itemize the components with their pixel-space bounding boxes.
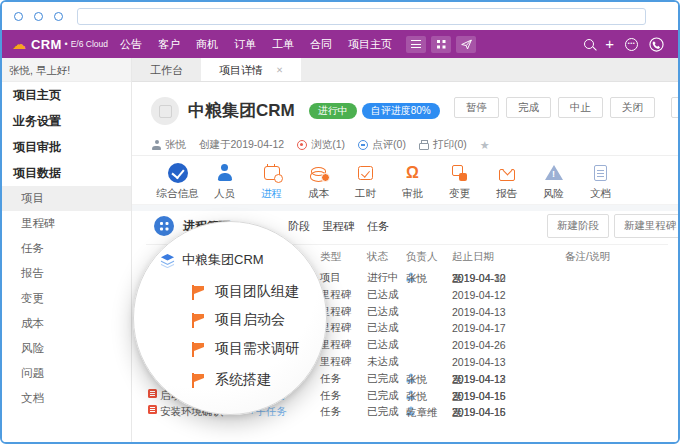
more-actions-button[interactable] [671,97,678,118]
status-badge: 进行中 [309,103,357,119]
feature-item[interactable]: 文档 [577,156,624,204]
nav-item[interactable]: 商机 [196,37,218,52]
sidebar-subitem[interactable]: 任务 [2,236,131,261]
column-header: 负责人 [406,250,438,264]
cost-icon [311,167,326,176]
change-icon [450,163,470,183]
owner-label: 张悦 [152,138,186,152]
nav-item[interactable]: 客户 [158,37,180,52]
risk-icon [544,164,564,182]
column-header: 状态 [367,250,388,264]
sidebar-subitem[interactable]: 报告 [2,261,131,286]
sidebar-item[interactable]: 业务设置 [2,108,131,134]
schedule-grid-icon [154,216,174,236]
row-status: 已完成 [367,372,399,386]
section-tab[interactable]: 任务 [367,219,389,234]
brand-separator: • [65,39,68,49]
project-title: 中粮集团CRM [188,99,295,122]
feature-item[interactable]: 报告 [483,156,530,204]
sidebar-subitem[interactable]: 变更 [2,286,131,311]
action-button[interactable]: 中止 [558,97,603,118]
flag-icon [191,285,205,300]
feature-label: 进程 [248,187,295,201]
feature-label: 人员 [201,187,248,201]
feature-label: 成本 [295,187,342,201]
print-counter[interactable]: 打印(0) [419,138,467,152]
tab[interactable]: 项目详情 [201,58,301,81]
tab[interactable]: 工作台 [132,58,201,81]
schedule-icon [264,166,280,180]
window-control-dot[interactable] [54,12,63,21]
feature-item[interactable]: 变更 [436,156,483,204]
search-icon[interactable] [584,39,594,49]
row-type: 里程碑 [320,338,352,352]
magnifier-overlay: 中粮集团CRM 项目团队组建项目启动会项目需求调研系统搭建 [133,221,327,415]
sidebar-subitem[interactable]: 成本 [2,311,131,336]
sidebar-item[interactable]: 项目数据 [2,160,131,186]
nav-item[interactable]: 工单 [272,37,294,52]
sidebar-subitem[interactable]: 风险 [2,336,131,361]
send-icon[interactable] [456,36,476,53]
print-icon [419,143,429,150]
feature-label: 变更 [436,187,483,201]
sidebar: 张悦, 早上好! 项目主页业务设置项目审批项目数据项目里程碑任务报告变更成本风险… [2,58,132,442]
sidebar-subitem[interactable]: 项目 [2,186,131,211]
app-window: CRM • E/6 Cloud 公告客户商机订单工单合同项目主页 张悦, 早上好… [0,0,680,444]
row-status: 已达成 [367,305,399,319]
feature-label: 风险 [530,187,577,201]
add-icon[interactable] [605,35,614,53]
phone-icon[interactable] [649,37,664,52]
row-type: 项目 [320,271,341,285]
close-icon[interactable] [276,58,283,82]
sidebar-item[interactable]: 项目审批 [2,134,131,160]
sidebar-subitem[interactable]: 里程碑 [2,211,131,236]
layers-icon [160,253,175,268]
flag-icon [191,313,205,328]
section-tab[interactable]: 阶段 [288,219,310,234]
action-button[interactable]: 暂停 [454,97,499,118]
feature-item[interactable]: 人员 [201,156,248,204]
section-tab[interactable]: 里程碑 [322,219,355,234]
feature-label: 工时 [342,187,389,201]
feature-item[interactable]: 成本 [295,156,342,204]
browser-bar [2,2,678,30]
favorite-star[interactable] [480,139,490,152]
new-button[interactable]: 新建里程碑 [614,214,678,238]
flag-icon [191,342,205,357]
row-type: 任务 [320,405,341,419]
brand-name: CRM [31,37,62,52]
approval-icon [406,164,419,182]
window-control-dot[interactable] [34,12,43,21]
column-header: 起止日期 [452,250,494,264]
sidebar-subitem[interactable]: 文档 [2,386,131,411]
feature-item[interactable]: 审批 [389,156,436,204]
action-button[interactable]: 完成 [506,97,551,118]
section-buttons: 新建阶段新建里程碑新建任务 [547,214,678,238]
feature-item[interactable]: 工时 [342,156,389,204]
feature-item[interactable]: 进程 [248,156,295,204]
task-icon [148,405,157,414]
menu-icon[interactable] [406,36,426,53]
column-header: 类型 [320,250,341,264]
nav-item[interactable]: 订单 [234,37,256,52]
sidebar-item[interactable]: 项目主页 [2,82,131,108]
window-control-dot[interactable] [14,12,23,21]
nav-item[interactable]: 公告 [120,37,142,52]
comments-counter[interactable]: 点评(0) [358,138,406,152]
people-icon [215,163,235,183]
more-icon[interactable] [625,38,638,51]
feature-item[interactable]: 风险 [530,156,577,204]
sidebar-subitem[interactable]: 问题 [2,361,131,386]
new-button[interactable]: 新建阶段 [547,214,609,238]
nav-item[interactable]: 合同 [310,37,332,52]
project-avatar [151,97,179,125]
greeting-text: 张悦, 早上好! [2,58,131,82]
progress-badge: 自评进度80% [362,103,440,119]
feature-item[interactable]: 综合信息 [154,156,201,204]
nav-item[interactable]: 项目主页 [348,37,392,52]
url-input[interactable] [77,8,646,25]
views-counter[interactable]: 浏览(1) [297,138,345,152]
row-type: 任务 [320,389,341,403]
apps-grid-icon[interactable] [431,36,451,53]
action-button[interactable]: 关闭 [610,97,655,118]
